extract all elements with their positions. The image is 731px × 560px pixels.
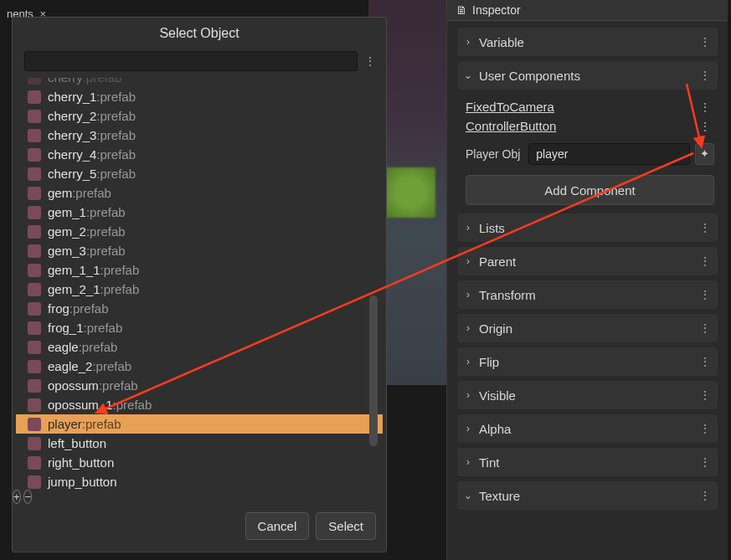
item-suffix: :prefab — [100, 263, 140, 277]
list-item[interactable]: eagle:prefab — [16, 337, 383, 357]
chevron-right-icon: › — [464, 222, 472, 234]
list-item[interactable]: frog:prefab — [16, 299, 383, 318]
list-item[interactable]: cherry_4:prefab — [16, 145, 383, 164]
more-options-icon[interactable]: ⋮ — [699, 422, 711, 435]
prefab-icon — [28, 206, 41, 219]
select-button[interactable]: Select — [316, 512, 376, 540]
item-label: right_button — [48, 455, 114, 470]
more-options-icon[interactable]: ⋮ — [696, 100, 714, 114]
item-label: cherry_4 — [48, 147, 96, 162]
item-suffix: :prefab — [86, 205, 126, 219]
more-options-icon[interactable]: ⋮ — [363, 51, 378, 71]
more-options-icon[interactable]: ⋮ — [699, 35, 711, 49]
section-tint[interactable]: › Tint ⋮ — [457, 448, 718, 476]
list-item[interactable]: frog_1:prefab — [16, 318, 383, 337]
more-options-icon[interactable]: ⋮ — [699, 254, 711, 268]
list-item[interactable]: cherry_3:prefab — [16, 126, 383, 145]
add-icon[interactable]: + — [13, 490, 21, 504]
item-label: eagle — [48, 340, 79, 354]
item-label: frog — [48, 301, 69, 316]
list-item[interactable]: cherry_5:prefab — [16, 164, 383, 183]
component-link[interactable]: FixedToCamera — [466, 100, 696, 114]
section-flip[interactable]: › Flip ⋮ — [457, 347, 718, 376]
section-lists[interactable]: › Lists ⋮ — [457, 213, 718, 242]
section-origin[interactable]: › Origin ⋮ — [457, 314, 718, 342]
section-alpha[interactable]: › Alpha ⋮ — [457, 414, 718, 443]
chevron-down-icon: ⌄ — [464, 490, 472, 501]
list-item[interactable]: left_button — [16, 434, 383, 453]
item-label: cherry — [48, 78, 83, 85]
section-variable[interactable]: › Variable ⋮ — [457, 28, 718, 56]
item-label: left_button — [48, 436, 106, 450]
item-label: cherry_2 — [48, 109, 96, 123]
list-item[interactable]: right_button — [16, 453, 383, 472]
section-label: Flip — [479, 355, 692, 369]
more-options-icon[interactable]: ⋮ — [699, 388, 711, 402]
list-item[interactable]: eagle_2:prefab — [16, 357, 383, 376]
object-list[interactable]: cherry:prefabcherry_1:prefabcherry_2:pre… — [13, 78, 386, 490]
prefab-icon — [28, 456, 41, 470]
list-item[interactable]: opossum_1:prefab — [16, 395, 383, 414]
section-label: Transform — [479, 288, 692, 302]
list-item[interactable]: cherry_2:prefab — [16, 106, 383, 126]
chevron-right-icon: › — [464, 423, 472, 434]
more-options-icon[interactable]: ⋮ — [699, 355, 711, 368]
more-options-icon[interactable]: ⋮ — [699, 321, 711, 335]
list-item[interactable]: cherry:prefab — [16, 78, 383, 87]
list-item[interactable]: jump_button — [16, 472, 383, 490]
inspector-title: Inspector — [472, 3, 521, 17]
inspector-panel: 🗎 Inspector › Variable ⋮ ⌄ User Componen… — [446, 0, 728, 560]
chevron-right-icon: › — [464, 322, 472, 334]
item-label: gem_3 — [48, 244, 86, 258]
cancel-button[interactable]: Cancel — [245, 512, 310, 540]
section-visible[interactable]: › Visible ⋮ — [457, 381, 718, 409]
prefab-icon — [28, 110, 41, 123]
component-link[interactable]: ControllerButton — [466, 119, 696, 133]
item-suffix: :prefab — [86, 224, 126, 239]
item-suffix: :prefab — [82, 417, 121, 431]
remove-icon[interactable]: − — [23, 490, 32, 504]
inspector-icon: 🗎 — [456, 3, 467, 17]
prefab-icon — [28, 283, 41, 296]
section-label: Variable — [479, 35, 692, 49]
section-label: Lists — [479, 221, 692, 235]
item-label: opossum_1 — [48, 398, 113, 412]
section-label: Alpha — [479, 422, 692, 436]
prefab-icon — [28, 167, 41, 181]
section-label: Visible — [479, 388, 692, 403]
list-item[interactable]: gem_1_1:prefab — [16, 260, 383, 280]
section-texture[interactable]: ⌄ Texture ⋮ — [457, 481, 718, 510]
object-picker-button[interactable]: ✦ — [695, 143, 714, 165]
list-item[interactable]: cherry_1:prefab — [16, 87, 383, 106]
list-item[interactable]: gem_2_1:prefab — [16, 280, 383, 299]
list-item[interactable]: gem_3:prefab — [16, 241, 383, 260]
player-obj-input[interactable] — [528, 143, 690, 165]
list-item[interactable]: player:prefab — [16, 414, 383, 434]
property-label: Player Obj — [466, 147, 523, 161]
section-user-components[interactable]: ⌄ User Components ⋮ — [457, 61, 718, 90]
add-component-button[interactable]: Add Component — [466, 175, 714, 205]
more-options-icon[interactable]: ⋮ — [699, 455, 711, 469]
prefab-icon — [28, 418, 41, 431]
section-parent[interactable]: › Parent ⋮ — [457, 247, 718, 275]
item-label: opossum — [48, 378, 99, 393]
more-options-icon[interactable]: ⋮ — [699, 221, 711, 234]
more-options-icon[interactable]: ⋮ — [699, 489, 711, 502]
section-transform[interactable]: › Transform ⋮ — [457, 280, 718, 309]
more-options-icon[interactable]: ⋮ — [696, 120, 714, 133]
list-item[interactable]: gem_2:prefab — [16, 222, 383, 241]
more-options-icon[interactable]: ⋮ — [699, 288, 711, 301]
prefab-icon — [28, 90, 41, 104]
chevron-right-icon: › — [464, 289, 472, 301]
prefab-icon — [28, 475, 41, 489]
item-suffix: :prefab — [96, 90, 136, 104]
search-row: ⋮ — [13, 48, 386, 78]
item-suffix: :prefab — [99, 378, 138, 393]
list-item[interactable]: gem_1:prefab — [16, 203, 383, 222]
list-item[interactable]: gem:prefab — [16, 183, 383, 203]
search-input[interactable] — [24, 51, 358, 71]
list-item[interactable]: opossum:prefab — [16, 376, 383, 395]
more-options-icon[interactable]: ⋮ — [699, 69, 711, 82]
item-suffix: :prefab — [100, 282, 140, 296]
scrollbar-thumb[interactable] — [369, 295, 378, 446]
